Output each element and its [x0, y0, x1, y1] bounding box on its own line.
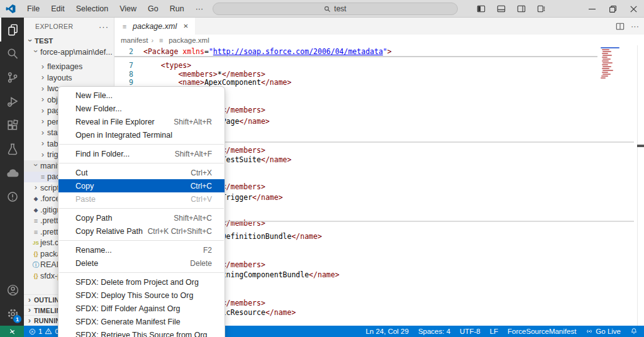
breadcrumb-folder[interactable]: manifest	[121, 36, 148, 44]
file-lines-icon: ≡	[31, 228, 40, 236]
split-editor-icon[interactable]	[616, 22, 625, 31]
menu-item-label: SFDX: Deploy This Source to Org	[75, 291, 193, 300]
scrollbar-marker[interactable]	[637, 145, 644, 147]
minimize-icon[interactable]	[582, 0, 602, 18]
tab-label: package.xml	[133, 22, 177, 31]
menu-item-shortcut: Delete	[190, 259, 212, 268]
menu-item-label: New Folder...	[75, 104, 122, 113]
tree-root[interactable]: › TEST	[24, 35, 114, 47]
chevron-right-icon: ›	[38, 94, 47, 104]
context-menu-item-sfdx-retrieve-this-source-from-org[interactable]: SFDX: Retrieve This Source from Org	[58, 328, 225, 337]
customize-layout-icon[interactable]	[533, 1, 550, 16]
context-menu-item-delete[interactable]: DeleteDelete	[58, 257, 225, 270]
remote-indicator[interactable]	[0, 326, 24, 337]
context-menu-item-find-in-folder[interactable]: Find in Folder...Shift+Alt+F	[58, 147, 225, 160]
indentation[interactable]: Spaces: 4	[418, 328, 450, 335]
menu-item-label: SFDX: Generate Manifest File	[75, 318, 180, 326]
menu-item-shortcut: Ctrl+V	[191, 195, 212, 204]
menu-view[interactable]: View	[114, 2, 142, 16]
encoding[interactable]: UTF-8	[460, 328, 480, 335]
run-debug-icon[interactable]	[0, 89, 24, 113]
account-icon[interactable]	[0, 278, 24, 302]
file-lines-icon: ≡	[38, 173, 47, 180]
minimap-row	[602, 57, 608, 58]
restore-icon[interactable]	[602, 0, 623, 18]
tree-item-label: force-app\main\def...	[40, 48, 113, 57]
menu-item-shortcut: Ctrl+X	[191, 168, 212, 177]
cursor-position[interactable]: Ln 24, Col 29	[365, 328, 408, 335]
chevron-right-icon: ›	[25, 316, 34, 325]
context-menu-item-rename[interactable]: Rename...F2	[58, 243, 225, 257]
editor-more-icon[interactable]: ···	[631, 21, 639, 31]
toggle-secondary-sidebar-icon[interactable]	[513, 1, 530, 16]
notifications-bell-icon[interactable]	[630, 328, 638, 335]
activity-bar: 1	[0, 18, 24, 326]
menu-selection[interactable]: Selection	[70, 2, 114, 16]
context-menu-item-copy[interactable]: CopyCtrl+C	[58, 179, 225, 192]
go-live[interactable]: Go Live	[586, 328, 621, 335]
menu-file[interactable]: File	[21, 2, 45, 16]
context-menu-item-new-folder[interactable]: New Folder...	[58, 102, 225, 115]
context-menu-item-cut[interactable]: CutCtrl+X	[58, 166, 225, 179]
context-menu-item-sfdx-deploy-this-source-to-org[interactable]: SFDX: Deploy This Source to Org	[58, 289, 225, 302]
context-menu-item-new-file[interactable]: New File...	[58, 89, 225, 102]
language-mode[interactable]: ForceSourceManifest	[508, 328, 576, 335]
remote-icon	[8, 328, 16, 336]
explorer-icon[interactable]	[0, 18, 24, 41]
chevron-down-icon: ›	[26, 36, 35, 45]
menu-item-shortcut: Ctrl+C	[191, 182, 212, 191]
menu-item-label: Copy Relative Path	[75, 227, 143, 236]
code-line: 8 <members>*</members>	[114, 70, 629, 79]
menu-edit[interactable]: Edit	[45, 2, 70, 16]
problems-errors[interactable]: 1	[29, 328, 42, 335]
menu-go[interactable]: Go	[142, 2, 164, 16]
tree-item-label: layouts	[47, 74, 72, 82]
diamond-icon: ◆	[31, 207, 40, 213]
context-menu-item-paste[interactable]: PasteCtrl+V	[58, 192, 225, 206]
context-menu-item-copy-path[interactable]: Copy PathShift+Alt+C	[58, 211, 225, 224]
toggle-panel-icon[interactable]	[493, 1, 509, 16]
tree-item-layouts[interactable]: ›layouts	[24, 72, 114, 84]
tree-item-force-app-main-def[interactable]: ›force-app\main\def...	[24, 47, 114, 58]
context-menu-item-sfdx-generate-manifest-file[interactable]: SFDX: Generate Manifest File	[58, 315, 225, 328]
context-menu-item-reveal-in-file-explorer[interactable]: Reveal in File ExplorerShift+Alt+R	[58, 115, 225, 128]
tab-bar: ≡ package.xml ✕ ···	[114, 18, 644, 35]
command-center-search[interactable]: test	[213, 3, 458, 15]
menu-separator	[59, 272, 224, 273]
menu-separator	[59, 240, 224, 241]
diamond-icon: ◆	[31, 196, 40, 202]
settings-gear-icon[interactable]: 1	[0, 302, 24, 326]
minimap-row	[602, 58, 611, 60]
js-icon: JS	[31, 240, 40, 246]
eol[interactable]: LF	[490, 328, 498, 335]
source-control-icon[interactable]	[0, 65, 24, 89]
toggle-sidebar-icon[interactable]	[473, 1, 489, 16]
explorer-more-icon[interactable]: ···	[99, 22, 109, 31]
menu-more-icon[interactable]: ···	[190, 2, 209, 16]
tab-package-xml[interactable]: ≡ package.xml ✕	[114, 18, 195, 35]
context-menu-item-copy-relative-path[interactable]: Copy Relative PathCtrl+K Ctrl+Shift+C	[58, 224, 225, 238]
menu-run[interactable]: Run	[164, 2, 190, 16]
code-line: 9 <name>ApexComponent</name>	[114, 78, 629, 87]
problems-info-icon[interactable]	[0, 185, 24, 209]
context-menu-item-sfdx-diff-folder-against-org[interactable]: SFDX: Diff Folder Against Org	[58, 302, 225, 315]
chevron-right-icon: ›	[31, 182, 40, 192]
menu-separator	[59, 144, 224, 145]
line-number: 7	[114, 61, 133, 70]
close-icon[interactable]	[623, 0, 644, 18]
context-menu-item-open-in-integrated-terminal[interactable]: Open in Integrated Terminal	[58, 128, 225, 141]
search-icon[interactable]	[0, 41, 24, 65]
tree-item-flexipages[interactable]: ›flexipages	[24, 62, 114, 73]
menu-item-shortcut: Ctrl+K Ctrl+Shift+C	[148, 227, 212, 236]
chevron-right-icon: ›	[25, 305, 34, 314]
cloud-icon[interactable]	[0, 161, 24, 185]
context-menu-item-sfdx-delete-from-project-and-org[interactable]: SFDX: Delete from Project and Org	[58, 275, 225, 289]
problems-warnings[interactable]: 0	[45, 328, 58, 335]
extensions-icon[interactable]	[0, 113, 24, 137]
tab-close-icon[interactable]: ✕	[183, 23, 188, 30]
breadcrumb-file[interactable]: package.xml	[169, 36, 209, 44]
chevron-right-icon: ›	[151, 36, 153, 44]
tree-item-label: flexipages	[47, 62, 82, 71]
menu-item-label: SFDX: Diff Folder Against Org	[75, 304, 180, 313]
testing-icon[interactable]	[0, 137, 24, 161]
